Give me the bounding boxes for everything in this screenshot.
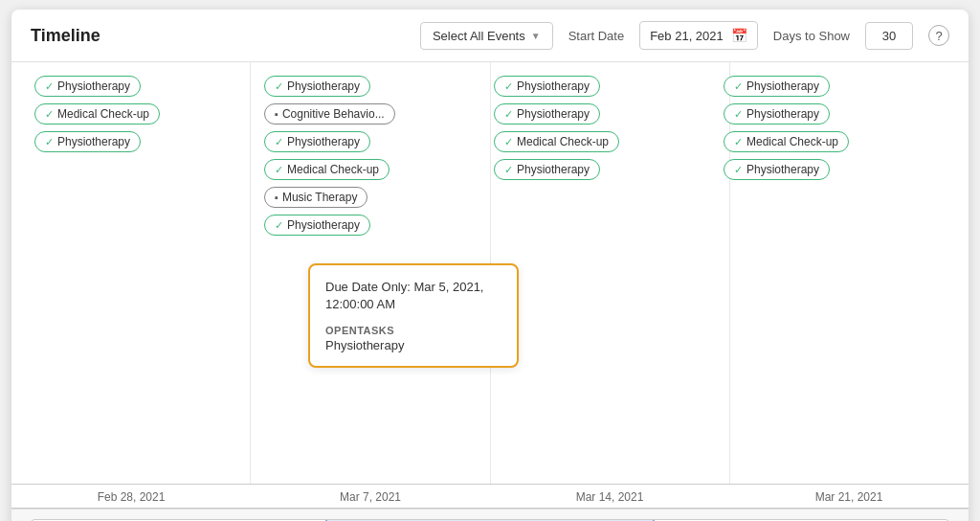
list-item[interactable]: ✓ Medical Check-up — [264, 159, 390, 180]
list-item[interactable]: ✓ Physiotherapy — [34, 131, 141, 152]
list-item[interactable]: ▪ Music Therapy — [264, 187, 368, 208]
column-1: ✓ Physiotherapy ✓ Medical Check-up ✓ Phy… — [31, 76, 260, 236]
column-3: ✓ Physiotherapy ✓ Physiotherapy ✓ Medica… — [490, 76, 720, 236]
event-label: Physiotherapy — [57, 135, 130, 148]
list-item[interactable]: ✓ Physiotherapy — [264, 76, 370, 97]
start-date-label: Start Date — [568, 29, 625, 43]
check-icon: ✓ — [45, 108, 54, 121]
help-button[interactable]: ? — [928, 25, 949, 46]
tooltip-section-label: OPENTASKS — [325, 325, 501, 336]
list-item[interactable]: ✓ Physiotherapy — [264, 131, 370, 152]
list-item[interactable]: ✓ Medical Check-up — [494, 131, 619, 152]
column-2: ✓ Physiotherapy ▪ Cognitive Behavio... ✓… — [260, 76, 490, 236]
select-events-label: Select All Events — [433, 29, 525, 43]
event-tooltip: Due Date Only: Mar 5, 2021, 12:00:00 AM … — [308, 263, 519, 368]
tooltip-due-date: Due Date Only: Mar 5, 2021, 12:00:00 AM — [325, 279, 501, 313]
list-item[interactable]: ✓ Medical Check-up — [724, 131, 849, 152]
list-item[interactable]: ✓ Physiotherapy — [34, 76, 141, 97]
event-label: Medical Check-up — [746, 135, 838, 148]
calendar-icon: 📅 — [731, 28, 747, 43]
list-item[interactable]: ✓ Physiotherapy — [494, 159, 600, 180]
check-icon: ✓ — [734, 164, 743, 176]
check-icon: ✓ — [275, 136, 283, 148]
check-icon: ✓ — [504, 108, 513, 121]
date-label-1: Feb 28, 2021 — [11, 490, 251, 504]
events-columns: ✓ Physiotherapy ✓ Medical Check-up ✓ Phy… — [31, 76, 949, 236]
event-label: Physiotherapy — [517, 79, 590, 93]
event-label: Physiotherapy — [287, 218, 360, 232]
chevron-down-icon: ▼ — [531, 31, 541, 41]
monitor-icon: ▪ — [275, 192, 278, 203]
list-item[interactable]: ✓ Physiotherapy — [724, 103, 830, 125]
event-label: Medical Check-up — [57, 107, 149, 121]
check-icon: ✓ — [275, 80, 283, 93]
list-item[interactable]: ▪ Cognitive Behavio... — [264, 103, 395, 125]
header: Timeline Select All Events ▼ Start Date … — [11, 10, 969, 62]
check-icon: ✓ — [275, 219, 283, 232]
date-labels-row: Feb 28, 2021 Mar 7, 2021 Mar 14, 2021 Ma… — [11, 484, 969, 508]
event-label: Physiotherapy — [746, 163, 819, 176]
event-label: Medical Check-up — [517, 135, 609, 148]
date-label-4: Mar 21, 2021 — [729, 490, 969, 504]
timeline-area: ✓ Physiotherapy ✓ Medical Check-up ✓ Phy… — [11, 62, 969, 509]
list-item[interactable]: ✓ Physiotherapy — [494, 76, 600, 97]
app-window: Timeline Select All Events ▼ Start Date … — [11, 10, 969, 521]
help-icon: ? — [935, 29, 942, 43]
page-title: Timeline — [31, 26, 100, 46]
check-icon: ✓ — [504, 136, 513, 148]
list-item[interactable]: ✓ Physiotherapy — [494, 103, 600, 125]
mini-timeline: · · · · · · · · · · · · · · Feb 1, 2021 … — [11, 509, 969, 521]
check-icon: ✓ — [504, 164, 513, 176]
monitor-icon: ▪ — [275, 108, 278, 120]
event-label: Physiotherapy — [57, 79, 130, 93]
check-icon: ✓ — [734, 136, 743, 148]
list-item[interactable]: ✓ Physiotherapy — [724, 159, 830, 180]
select-all-events-button[interactable]: Select All Events ▼ — [420, 22, 553, 50]
check-icon: ✓ — [275, 164, 283, 176]
list-item[interactable]: ✓ Physiotherapy — [724, 76, 830, 97]
event-label: Physiotherapy — [287, 79, 360, 93]
tooltip-section-value: Physiotherapy — [325, 338, 501, 352]
event-label: Physiotherapy — [517, 163, 590, 176]
start-date-field[interactable]: Feb 21, 2021 📅 — [639, 21, 758, 50]
start-date-value: Feb 21, 2021 — [650, 29, 724, 43]
event-label: Music Therapy — [282, 191, 357, 204]
event-label: Physiotherapy — [287, 135, 360, 148]
check-icon: ✓ — [734, 108, 743, 121]
event-label: Cognitive Behavio... — [282, 107, 385, 121]
days-to-show-label: Days to Show — [773, 29, 850, 43]
check-icon: ✓ — [45, 136, 54, 148]
event-label: Physiotherapy — [517, 107, 590, 121]
event-label: Physiotherapy — [746, 107, 819, 121]
timeline-grid: ✓ Physiotherapy ✓ Medical Check-up ✓ Phy… — [11, 62, 969, 484]
days-to-show-input[interactable] — [865, 22, 913, 50]
list-item[interactable]: ✓ Physiotherapy — [264, 215, 370, 236]
check-icon: ✓ — [504, 80, 513, 93]
date-label-3: Mar 14, 2021 — [490, 490, 729, 504]
event-label: Physiotherapy — [746, 79, 819, 93]
check-icon: ✓ — [734, 80, 743, 93]
column-4: ✓ Physiotherapy ✓ Physiotherapy ✓ Medica… — [720, 76, 949, 236]
date-label-2: Mar 7, 2021 — [251, 490, 490, 504]
check-icon: ✓ — [45, 80, 54, 93]
list-item[interactable]: ✓ Medical Check-up — [34, 103, 160, 125]
event-label: Medical Check-up — [287, 163, 379, 176]
